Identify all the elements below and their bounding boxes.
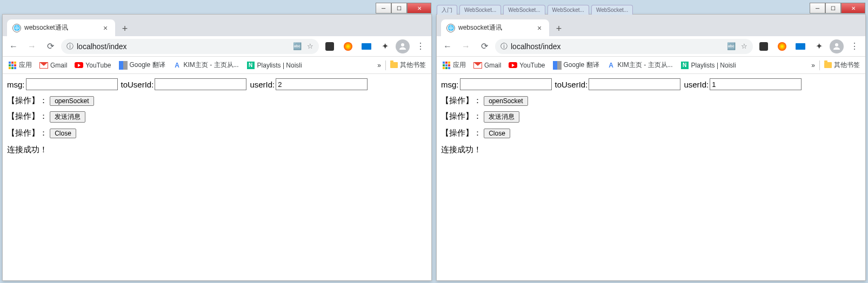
address-bar[interactable]: ⓘ localhost/index 🔤 ☆ [495, 39, 753, 54]
reload-button[interactable]: ⟳ [477, 39, 492, 54]
browser-window-left: ─ ☐ ✕ 🌐 websocket通讯 × + ← → ⟳ ⓘ localhos… [2, 14, 432, 281]
bookmark-kim[interactable]: A KIM主页 - 主页从... [173, 60, 239, 70]
bookmark-label: Playlists | Noisli [257, 62, 302, 69]
userid-input[interactable] [276, 78, 368, 90]
bookmarks-bar: 应用 Gmail YouTube Google 翻译 A KIM主页 - 主页从… [437, 57, 865, 74]
maximize-button[interactable]: ☐ [825, 3, 841, 14]
star-icon[interactable]: ☆ [307, 42, 313, 50]
close-tab-icon[interactable]: × [535, 24, 544, 32]
svg-point-1 [835, 43, 838, 46]
operation-row: 【操作】： openSocket [7, 96, 427, 106]
minimize-button[interactable]: ─ [810, 3, 825, 14]
status-text: 连接成功！ [7, 145, 427, 155]
bookmark-apps[interactable]: 应用 [442, 60, 466, 70]
extension-icon[interactable] [322, 39, 337, 54]
reload-button[interactable]: ⟳ [43, 39, 58, 54]
tab-title: websocket通讯 [458, 23, 502, 32]
send-button[interactable]: 发送消息 [484, 111, 519, 123]
op-label: 【操作】： [7, 96, 48, 105]
ghost-tab[interactable]: WebSocket... [591, 5, 633, 15]
open-socket-button[interactable]: openSocket [50, 96, 94, 106]
separator [819, 60, 820, 70]
profile-avatar[interactable] [830, 39, 844, 53]
close-window-button[interactable]: ✕ [841, 3, 865, 14]
bookmark-label: YouTube [519, 62, 545, 69]
close-button[interactable]: Close [50, 129, 76, 138]
translate-icon[interactable]: 🔤 [293, 42, 302, 50]
open-socket-button[interactable]: openSocket [484, 96, 528, 106]
bookmark-youtube[interactable]: YouTube [509, 61, 545, 70]
globe-icon: 🌐 [12, 24, 21, 32]
close-window-button[interactable]: ✕ [407, 3, 431, 14]
bookmark-label: YouTube [85, 62, 111, 69]
bookmark-youtube[interactable]: YouTube [75, 61, 111, 70]
bookmark-kim[interactable]: A KIM主页 - 主页从... [607, 60, 673, 70]
msg-input[interactable] [26, 78, 118, 90]
operation-row: 【操作】： Close [7, 128, 427, 138]
maximize-button[interactable]: ☐ [391, 3, 407, 14]
extensions-puzzle-icon[interactable]: ✦ [377, 39, 392, 54]
bookmark-apps[interactable]: 应用 [8, 60, 32, 70]
bookmark-gmail[interactable]: Gmail [473, 61, 501, 70]
touserid-input[interactable] [589, 78, 680, 90]
bookmark-other[interactable]: 其他书签 [824, 60, 860, 70]
menu-button[interactable]: ⋮ [413, 39, 428, 54]
forward-button[interactable]: → [24, 39, 39, 54]
profile-avatar[interactable] [396, 39, 410, 53]
bookmark-label: Gmail [50, 62, 67, 69]
bookmark-gtranslate[interactable]: Google 翻译 [119, 60, 165, 70]
back-button[interactable]: ← [440, 39, 455, 54]
minimize-button[interactable]: ─ [376, 3, 391, 14]
extension-icon[interactable] [774, 39, 790, 54]
ghost-tab[interactable]: WebSocket... [459, 5, 501, 15]
bookmark-gmail[interactable]: Gmail [39, 61, 67, 70]
bookmark-overflow[interactable]: » [811, 62, 815, 69]
extension-icon[interactable] [359, 39, 374, 54]
youtube-icon [509, 61, 517, 70]
extension-icon[interactable] [756, 39, 771, 54]
ghost-tab[interactable]: 入门 [437, 5, 457, 15]
close-button[interactable]: Close [484, 129, 510, 138]
apps-icon [8, 61, 17, 70]
op-label: 【操作】： [7, 128, 48, 137]
tab-title: websocket通讯 [24, 23, 68, 32]
touserid-input[interactable] [155, 78, 246, 90]
address-bar[interactable]: ⓘ localhost/index 🔤 ☆ [61, 39, 319, 54]
browser-tab[interactable]: 🌐 websocket通讯 × [441, 19, 549, 36]
forward-button[interactable]: → [458, 39, 473, 54]
ghost-tab[interactable]: WebSocket... [547, 5, 589, 15]
close-tab-icon[interactable]: × [101, 24, 110, 32]
browser-window-right: 入门 WebSocket... WebSocket... WebSocket..… [436, 14, 866, 281]
menu-button[interactable]: ⋮ [847, 39, 862, 54]
browser-tab[interactable]: 🌐 websocket通讯 × [7, 19, 115, 36]
new-tab-button[interactable]: + [117, 21, 132, 36]
extension-icon[interactable] [340, 39, 356, 54]
window-controls: ─ ☐ ✕ [376, 3, 431, 14]
bookmark-label: Playlists | Noisli [691, 62, 736, 69]
ghost-tab[interactable]: WebSocket... [503, 5, 545, 15]
operation-row: 【操作】： 发送消息 [7, 111, 427, 123]
translate-icon[interactable]: 🔤 [727, 42, 736, 50]
bookmarks-bar: 应用 Gmail YouTube Google 翻译 A KIM主页 - 主页从… [3, 57, 431, 74]
msg-input[interactable] [460, 78, 552, 90]
separator [385, 60, 386, 70]
extensions-puzzle-icon[interactable]: ✦ [811, 39, 826, 54]
svg-point-0 [401, 43, 404, 46]
bookmark-noisli[interactable]: N Playlists | Noisli [246, 61, 302, 70]
bookmark-label: 其他书签 [834, 60, 860, 70]
extension-icon[interactable] [793, 39, 808, 54]
noisli-icon: N [680, 61, 689, 70]
bookmark-gtranslate[interactable]: Google 翻译 [553, 60, 599, 70]
apps-icon [442, 61, 451, 70]
new-tab-button[interactable]: + [551, 21, 566, 36]
bookmark-noisli[interactable]: N Playlists | Noisli [680, 61, 736, 70]
userid-input[interactable] [710, 78, 802, 90]
back-button[interactable]: ← [6, 39, 21, 54]
kim-icon: A [173, 61, 182, 70]
op-label: 【操作】： [7, 111, 48, 120]
input-row: msg: toUserId: userId: [7, 78, 427, 90]
bookmark-overflow[interactable]: » [377, 62, 381, 69]
send-button[interactable]: 发送消息 [50, 111, 85, 123]
bookmark-other[interactable]: 其他书签 [390, 60, 426, 70]
star-icon[interactable]: ☆ [741, 42, 747, 50]
